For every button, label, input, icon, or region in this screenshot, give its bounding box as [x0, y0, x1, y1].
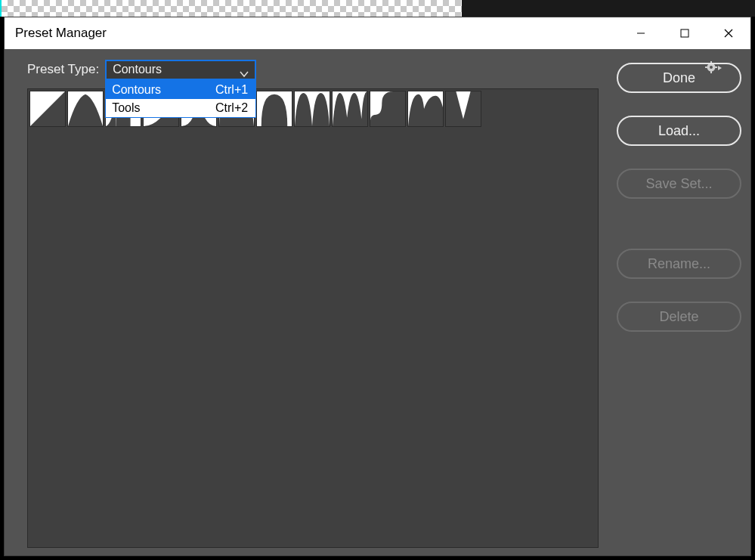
save-set-button[interactable]: Save Set... — [617, 169, 741, 199]
window-title: Preset Manager — [15, 26, 107, 41]
contour-thumb-ring[interactable] — [256, 91, 292, 127]
dropdown-option-shortcut: Ctrl+2 — [215, 101, 248, 115]
dialog-body: Preset Type: Contours Contours Ctrl+1 To… — [5, 49, 750, 555]
contour-thumb-ring-double[interactable] — [294, 91, 330, 127]
titlebar: Preset Manager — [5, 17, 750, 49]
dropdown-option-label: Tools — [112, 101, 140, 115]
preset-type-select[interactable]: Contours — [105, 60, 256, 80]
maximize-button[interactable] — [663, 17, 707, 49]
minimize-button[interactable] — [619, 17, 663, 49]
preset-grid[interactable] — [27, 88, 599, 548]
contour-thumb-valley[interactable] — [445, 91, 481, 127]
dropdown-option-label: Contours — [112, 83, 161, 97]
preset-type-select-wrap: Contours Contours Ctrl+1 Tools Ctrl+2 — [105, 60, 256, 80]
window-controls — [619, 17, 750, 49]
delete-button-label: Delete — [659, 309, 698, 325]
done-button-label: Done — [663, 70, 695, 86]
dropdown-option-tools[interactable]: Tools Ctrl+2 — [106, 99, 255, 117]
rename-button-label: Rename... — [648, 256, 710, 272]
contour-thumb-linear[interactable] — [29, 91, 66, 127]
preset-manager-window: Preset Manager Preset Type: Contours — [4, 17, 751, 556]
preset-type-label: Preset Type: — [27, 62, 99, 77]
contour-thumb-rolling[interactable] — [332, 91, 368, 127]
dropdown-option-contours[interactable]: Contours Ctrl+1 — [106, 81, 255, 99]
contour-thumb-rounded-steps[interactable] — [370, 91, 406, 127]
dropdown-option-shortcut: Ctrl+1 — [215, 83, 248, 97]
close-button[interactable] — [707, 17, 750, 49]
delete-button[interactable]: Delete — [617, 302, 741, 332]
save-set-button-label: Save Set... — [645, 176, 712, 192]
app-dark-bg — [462, 0, 755, 17]
rename-button[interactable]: Rename... — [617, 249, 741, 279]
preset-type-dropdown: Contours Ctrl+1 Tools Ctrl+2 — [105, 80, 256, 118]
load-button[interactable]: Load... — [617, 116, 741, 146]
svg-rect-1 — [681, 29, 688, 37]
svg-marker-11 — [30, 91, 65, 126]
side-button-column: Done Load... Save Set... Rename... Delet… — [617, 63, 741, 332]
preset-type-selected-value: Contours — [113, 63, 162, 76]
chevron-down-icon — [240, 67, 249, 81]
preset-type-row: Preset Type: Contours Contours Ctrl+1 To… — [27, 58, 577, 81]
canvas-checker-bg — [0, 0, 462, 17]
done-button[interactable]: Done — [617, 63, 741, 93]
contour-thumb-sawtooth[interactable] — [407, 91, 444, 127]
button-spacer — [617, 221, 741, 226]
load-button-label: Load... — [658, 123, 700, 139]
contour-thumb-cone[interactable] — [67, 91, 104, 127]
